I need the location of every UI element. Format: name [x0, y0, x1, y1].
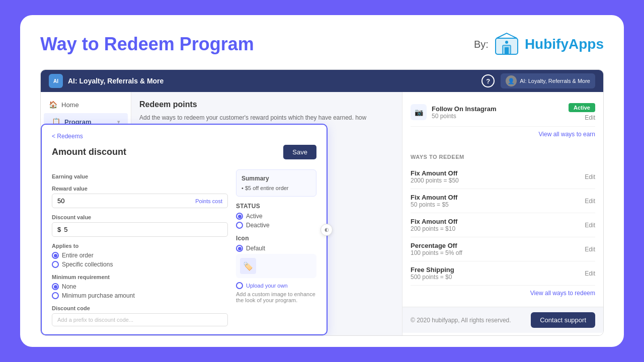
points-cost-label: Points cost [195, 198, 222, 204]
copyright-text: © 2020 hubifyapp, All rights reserved. [411, 317, 511, 324]
user-label: AI: Loyalty, Referrals & More [520, 78, 590, 84]
status-option-label: Active [246, 213, 263, 220]
applies-to-options: Entire order Specific collections [52, 252, 228, 268]
user-avatar: 👤 [506, 75, 517, 86]
page-title: Way to Redeem Program [40, 34, 254, 55]
upload-own[interactable]: Upload your own [236, 282, 316, 289]
edit-link[interactable]: Edit [585, 270, 595, 277]
svg-point-5 [505, 41, 508, 44]
minimum-none[interactable]: None [52, 283, 228, 290]
applies-option-label: Specific collections [62, 261, 113, 268]
applies-to-label: Applies to [52, 243, 228, 249]
earning-value-label: Earning value [52, 173, 228, 179]
radio-empty-icon [52, 261, 59, 268]
minimum-option-label: None [62, 283, 76, 290]
radio-filled-icon [236, 213, 243, 220]
app-logo-icon: AI [49, 74, 63, 88]
redeem-detail: 50 points = $5 [411, 201, 585, 208]
footer-bar: © 2020 hubifyapp, All rights reserved. C… [403, 307, 603, 333]
redeem-name: Fix Amount Off [411, 218, 585, 225]
redeem-item-1: Fix Amount Off 50 points = $5 Edit [411, 189, 595, 213]
ways-to-redeem-header: WAYS TO REDEEM [411, 154, 595, 160]
status-deactive[interactable]: Deactive [236, 222, 316, 229]
edit-link[interactable]: Edit [585, 246, 595, 253]
save-button[interactable]: Save [283, 145, 316, 159]
home-icon: 🏠 [49, 101, 57, 109]
redeem-name: Percentage Off [411, 242, 585, 249]
status-active[interactable]: Active [236, 213, 316, 220]
discount-value: 5 [64, 226, 67, 233]
default-icon-img: 🏷️ [240, 258, 256, 274]
overlay-header: Amount discount Save [52, 145, 316, 159]
view-all-earn-link[interactable]: View all ways to earn [411, 127, 595, 142]
instagram-icon: 📷 [411, 104, 427, 120]
scroll-indicator: ◐ [320, 224, 333, 236]
contact-support-button[interactable]: Contact support [531, 312, 595, 328]
redeem-points-title: Redeem points [139, 100, 394, 109]
summary-box: Summary • $5 off entire order [236, 169, 316, 197]
reward-input[interactable]: 50 Points cost [52, 194, 228, 208]
redeem-item-0: Fix Amount Off 2000 points = $50 Edit [411, 165, 595, 189]
discount-input[interactable]: $ 5 [52, 222, 228, 237]
radio-empty-icon [236, 282, 243, 289]
overlay-right: Summary • $5 off entire order STATUS Act… [236, 167, 316, 326]
redeem-info: Free Shipping 500 points = $0 [411, 266, 585, 281]
currency-symbol: $ [57, 226, 61, 233]
earn-item-name: Follow On Instagram [432, 105, 569, 113]
radio-filled-icon [236, 245, 243, 252]
edit-link[interactable]: Edit [585, 114, 595, 121]
redeem-item-4: Free Shipping 500 points = $0 Edit [411, 261, 595, 286]
status-title: STATUS [236, 203, 316, 210]
redeem-name: Free Shipping [411, 266, 585, 274]
edit-link[interactable]: Edit [585, 222, 595, 229]
redeem-detail: 100 points = 5% off [411, 249, 585, 256]
summary-item: • $5 off entire order [242, 185, 311, 191]
breadcrumb[interactable]: < Redeems [52, 133, 316, 140]
radio-empty-icon [52, 292, 59, 299]
redeem-info: Fix Amount Off 50 points = $5 [411, 194, 585, 208]
redeem-info: Fix Amount Off 2000 points = $50 [411, 169, 585, 184]
redeem-name: Fix Amount Off [411, 194, 585, 201]
overlay-two-col: Earning value Reward value 50 Points cos… [52, 167, 316, 326]
upload-link[interactable]: Upload your own [246, 283, 288, 289]
brand-by-label: By: [474, 39, 489, 50]
redeem-detail: 2000 points = $50 [411, 177, 585, 184]
help-button[interactable]: ? [481, 74, 495, 87]
active-badge: Active [569, 103, 595, 112]
icon-preview: 🏷️ [236, 254, 316, 278]
minimum-purchase[interactable]: Minimum purchase amount [52, 292, 228, 299]
radio-filled-icon [52, 283, 59, 290]
radio-filled-icon [52, 252, 59, 259]
icon-default[interactable]: Default [236, 245, 316, 252]
redeem-item-2: Fix Amount Off 200 points = $10 Edit [411, 213, 595, 237]
brand-icon [494, 31, 520, 57]
redeem-info: Percentage Off 100 points = 5% off [411, 242, 585, 256]
sidebar-item-label: Home [61, 101, 79, 109]
discount-code-placeholder: Add a prefix to discount code... [57, 317, 133, 323]
user-pill: 👤 AI: Loyalty, Referrals & More [501, 73, 595, 88]
instagram-earn-item: 📷 Follow On Instagram 50 points Active E… [411, 98, 595, 127]
ways-to-redeem-section: WAYS TO REDEEM Fix Amount Off 2000 point… [403, 148, 603, 307]
discount-value-label: Discount value [52, 214, 228, 220]
reward-input-value: 50 [57, 197, 64, 205]
earn-item-points: 50 points [432, 113, 569, 120]
discount-code-input[interactable]: Add a prefix to discount code... [52, 313, 228, 326]
radio-empty-icon [236, 222, 243, 229]
view-all-redeem-link[interactable]: View all ways to redeem [411, 286, 595, 301]
app-title: AI: Loyalty, Referrals & More [68, 77, 164, 85]
applies-entire-order[interactable]: Entire order [52, 252, 228, 259]
icon-title: Icon [236, 235, 316, 242]
edit-link[interactable]: Edit [585, 198, 595, 205]
overlay-card: < Redeems Amount discount Save Earning v… [41, 124, 328, 335]
sidebar-item-home[interactable]: 🏠 Home [41, 96, 131, 113]
icon-option-label: Default [246, 245, 265, 252]
app-window: AI AI: Loyalty, Referrals & More ? 👤 AI:… [40, 69, 604, 336]
summary-title: Summary [242, 175, 311, 182]
page-header: Way to Redeem Program By: HubifyApps [40, 31, 604, 57]
icon-description: Add a custom image to enhance the look o… [236, 291, 316, 303]
minimum-options: None Minimum purchase amount [52, 283, 228, 299]
edit-link[interactable]: Edit [585, 173, 595, 180]
applies-specific-collections[interactable]: Specific collections [52, 261, 228, 268]
svg-text:AI: AI [53, 78, 58, 84]
redeem-name: Fix Amount Off [411, 169, 585, 177]
